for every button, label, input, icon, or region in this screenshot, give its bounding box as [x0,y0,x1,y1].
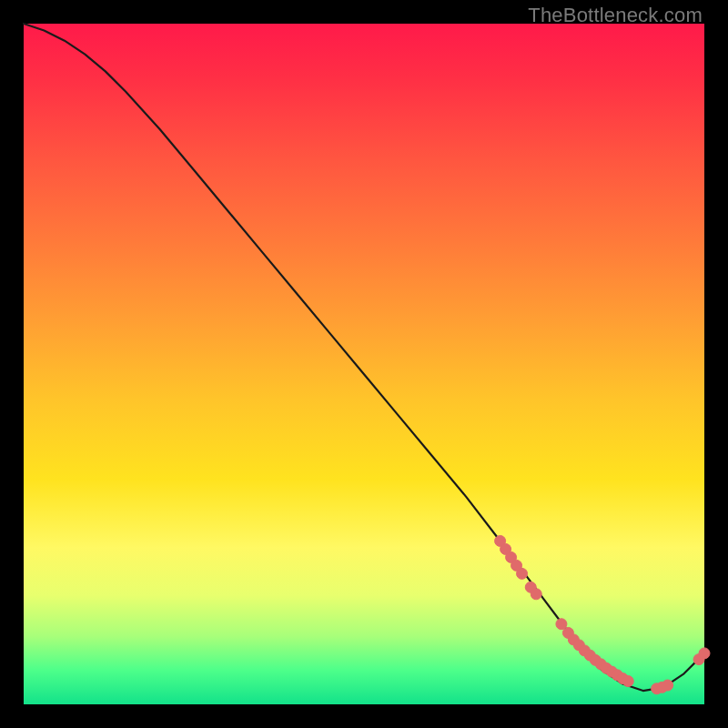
chart-stage: TheBottleneck.com [0,0,728,728]
curve-marker [517,568,528,579]
bottleneck-curve [24,24,704,691]
curve-marker [662,680,673,691]
curve-marker [531,589,541,600]
plot-area [24,24,704,704]
curve-svg [24,24,704,704]
curve-marker [699,648,710,659]
curve-marker [622,676,633,687]
curve-markers [495,535,710,693]
